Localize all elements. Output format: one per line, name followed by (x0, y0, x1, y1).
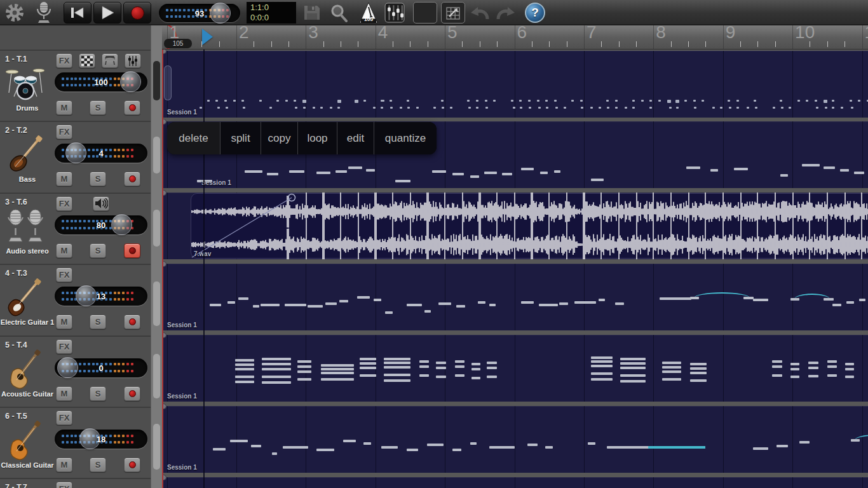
grid-editor-button[interactable] (441, 2, 465, 24)
timpani-button[interactable] (102, 53, 118, 68)
midi-note (599, 299, 605, 301)
fx-button[interactable]: FX (56, 339, 72, 354)
zoom-magnifier-icon[interactable] (329, 3, 348, 22)
microphone-icon[interactable] (36, 1, 52, 24)
vertical-scrollbar[interactable] (151, 25, 162, 488)
midi-note (235, 376, 254, 378)
timeline-ruler[interactable]: 105 1234567891011 (162, 24, 868, 50)
drum-hit (390, 107, 393, 109)
record-button[interactable] (123, 2, 151, 24)
mute-button[interactable]: M (56, 243, 72, 258)
drum-hit (649, 100, 652, 102)
arm-record-button[interactable] (124, 315, 140, 329)
track-row[interactable]: 6 - T.5 Classical Guitar FX 18 M S (0, 407, 151, 478)
fx-button[interactable]: FX (56, 268, 72, 282)
fx-button[interactable]: FX (56, 482, 72, 488)
settings-gear-icon[interactable] (4, 2, 25, 24)
drum-hit (215, 100, 218, 102)
track-row[interactable]: 7 - T.7 FX (0, 478, 151, 488)
scrollbar-segment[interactable] (153, 281, 160, 326)
arm-record-button[interactable] (124, 100, 140, 115)
track-row[interactable]: 2 - T.2 Bass FX 4 M S (0, 121, 151, 192)
context-menu-item[interactable]: quantize (374, 122, 437, 154)
play-button[interactable] (93, 2, 121, 24)
arm-record-button[interactable] (124, 243, 140, 258)
context-menu-item[interactable]: loop (298, 122, 337, 154)
arrangement-area[interactable]: Session 1Session 17.wavSession 1Session … (162, 50, 868, 488)
tempo-marker[interactable]: 105 (164, 39, 192, 48)
record-arm-icon (129, 318, 136, 325)
faders-button[interactable] (125, 53, 141, 68)
master-volume-slider[interactable]: 93 (159, 4, 240, 22)
speaker-button[interactable] (93, 196, 109, 211)
track-lane-6[interactable]: Session 1 (162, 406, 868, 473)
track-row[interactable]: 4 - T.3 Electric Guitar 1 FX 13 M S (0, 264, 151, 335)
scrollbar-segment[interactable] (153, 137, 160, 173)
scrollbar-segment[interactable] (153, 354, 160, 398)
track-volume-slider[interactable]: 4 (55, 144, 147, 163)
clip-label: Session 1 (167, 464, 197, 471)
track-lane-5[interactable]: Session 1 (162, 335, 868, 402)
solo-button[interactable]: S (90, 458, 106, 472)
drum-hit (400, 107, 402, 109)
track-row[interactable]: 1 - T.1 Drums FX 100 M S (0, 50, 151, 121)
cursor-tool-button[interactable] (413, 2, 437, 24)
midi-note (845, 363, 854, 365)
mute-button[interactable]: M (56, 172, 72, 186)
track-volume-slider[interactable]: 80 (55, 215, 147, 234)
drum-hit (649, 107, 652, 109)
mute-button[interactable]: M (56, 315, 72, 329)
grid-line (653, 335, 654, 402)
track-volume-slider[interactable]: 100 (55, 72, 147, 92)
context-menu-item[interactable]: delete (167, 122, 220, 154)
save-floppy-icon[interactable] (303, 4, 321, 21)
mute-button[interactable]: M (56, 386, 72, 401)
redo-icon[interactable] (496, 4, 516, 21)
arm-record-button[interactable] (124, 386, 140, 401)
pattern-grid-button[interactable] (79, 53, 95, 68)
midi-note (484, 172, 497, 174)
fx-button[interactable]: FX (56, 410, 72, 425)
midi-note (790, 363, 799, 365)
midi-note (502, 173, 512, 175)
mute-button[interactable]: M (56, 458, 72, 472)
metronome-icon[interactable]: 105 (356, 2, 381, 24)
scrollbar-segment[interactable] (153, 424, 160, 470)
measure-line (236, 24, 237, 50)
fx-button[interactable]: FX (56, 196, 72, 211)
mute-button[interactable]: M (56, 100, 72, 115)
undo-icon[interactable] (470, 4, 490, 21)
scrollbar-handle[interactable] (153, 61, 160, 100)
context-menu-item[interactable]: edit (337, 122, 374, 154)
arm-record-button[interactable] (124, 458, 140, 472)
track-row[interactable]: 5 - T.4 Acoustic Guitar FX 0 M S (0, 336, 151, 407)
solo-button[interactable]: S (90, 315, 106, 329)
lane-grip[interactable] (164, 65, 172, 100)
track-row[interactable]: 3 - T.6 Audio stereo FX 80 M S (0, 193, 151, 264)
drum-hit (755, 107, 757, 109)
solo-button[interactable]: S (90, 243, 106, 258)
solo-button[interactable]: S (90, 172, 106, 186)
scrollbar-segment[interactable] (153, 210, 160, 247)
playhead-marker[interactable] (202, 29, 213, 45)
context-menu-item[interactable]: split (220, 122, 261, 154)
arm-record-button[interactable] (124, 172, 140, 186)
mixer-faders-icon[interactable] (384, 3, 405, 23)
help-button[interactable]: ? (525, 3, 545, 23)
fx-button[interactable]: FX (56, 125, 72, 139)
track-lane-1[interactable]: Session 1 (162, 51, 868, 118)
fx-button[interactable]: FX (56, 53, 72, 68)
midi-note (471, 368, 480, 370)
track-volume-slider[interactable]: 0 (55, 358, 147, 377)
skip-to-start-button[interactable] (64, 2, 92, 24)
midi-note (780, 174, 788, 177)
track-lane-4[interactable]: Session 1 (162, 264, 868, 330)
track-volume-slider[interactable]: 13 (55, 287, 147, 306)
track-lane-7[interactable] (162, 477, 868, 488)
track-lane-3[interactable]: 7.wav (162, 193, 868, 259)
grid-line (236, 264, 237, 330)
solo-button[interactable]: S (90, 386, 106, 401)
context-menu-item[interactable]: copy (261, 122, 298, 154)
solo-button[interactable]: S (90, 100, 106, 115)
track-volume-slider[interactable]: 18 (55, 430, 147, 449)
